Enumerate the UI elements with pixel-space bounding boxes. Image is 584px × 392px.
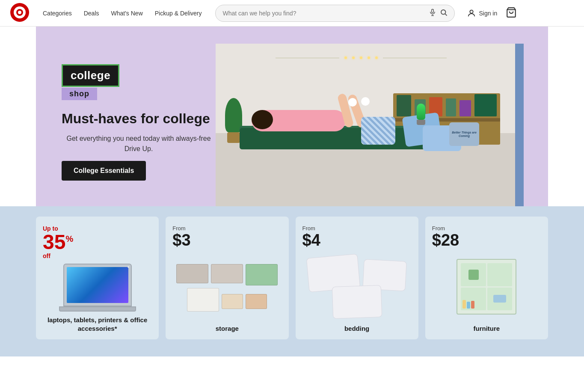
product-card-laptops[interactable]: Up to 35% off laptops, tablets, printers… [36,217,159,339]
storage-price-prefix: From [172,225,190,232]
sign-in-button[interactable]: Sign in [467,9,497,18]
svg-point-7 [441,10,446,15]
hero-left-content: college shop Must-haves for college Get … [36,64,216,206]
furniture-price-value: $28 [432,232,459,249]
products-section: Up to 35% off laptops, tablets, printers… [0,206,584,356]
bedding-price-value: $4 [302,232,320,249]
laptops-image [43,264,152,312]
storage-price: From $3 [172,225,190,249]
svg-point-3 [18,11,21,14]
search-input[interactable] [222,10,425,17]
furniture-image [432,254,541,320]
target-logo[interactable] [10,3,29,24]
college-shop-logo: college shop [62,64,216,100]
product-card-furniture[interactable]: From $28 furniture [425,217,548,339]
bedding-label: bedding [344,324,369,333]
hero-blue-accent [515,44,524,206]
main-nav: Categories Deals What's New Pickup & Del… [38,6,207,20]
hero-banner: college shop Must-haves for college Get … [36,27,548,206]
laptops-price-suffix: off [43,252,73,259]
svg-point-9 [470,10,473,13]
product-card-storage[interactable]: From $3 storage [166,217,288,339]
product-card-bedding[interactable]: From $4 bedding [296,217,418,339]
bedding-price-prefix: From [302,225,320,232]
furniture-price: From $28 [432,225,459,249]
laptops-price-value: 35% [43,232,73,252]
furniture-price-prefix: From [432,225,459,232]
furniture-label: furniture [474,324,500,333]
cart-button[interactable] [506,7,517,20]
search-icon[interactable] [440,9,448,18]
college-essentials-button[interactable]: College Essentials [62,161,146,181]
search-bar [215,5,455,22]
bedding-image [302,254,412,320]
header-actions: Sign in [467,7,517,20]
hero-image: Better Things are Coming [216,44,548,206]
bedding-price: From $4 [302,225,320,249]
storage-price-value: $3 [172,232,190,249]
nav-pickup-delivery[interactable]: Pickup & Delivery [150,6,207,20]
storage-image [172,254,282,320]
site-header: Categories Deals What's New Pickup & Del… [0,0,584,27]
nav-whats-new[interactable]: What's New [106,6,148,20]
laptops-price: Up to 35% off [43,225,73,259]
svg-rect-4 [432,9,434,12]
nav-categories[interactable]: Categories [38,6,77,20]
sign-in-label: Sign in [479,10,497,17]
hero-headline: Must-haves for college [62,110,216,127]
college-label: college [62,64,119,87]
mic-icon[interactable] [429,9,436,18]
nav-deals[interactable]: Deals [79,6,104,20]
storage-label: storage [216,324,239,333]
shop-label: shop [62,88,97,100]
hero-subtext: Get everything you need today with alway… [62,134,216,154]
svg-line-8 [445,14,447,15]
laptops-label: laptops, tablets, printers & office acce… [43,316,152,333]
